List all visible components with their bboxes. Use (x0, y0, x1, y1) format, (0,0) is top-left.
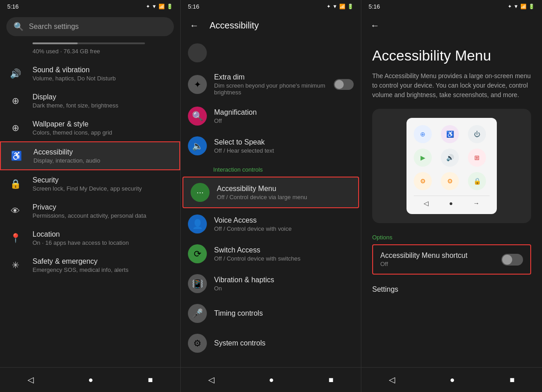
battery-icon: 🔋 (167, 4, 173, 9)
system-icon: ⚙ (188, 334, 207, 353)
selecttospeak-text: Select to Speak Off / Hear selected text (214, 138, 354, 154)
acc-item-vibration[interactable]: 📳 Vibration & haptics On (181, 269, 361, 299)
acc-item-magnification[interactable]: 🔍 Magnification Off (181, 101, 361, 131)
bt-icon-right: ✦ (508, 4, 512, 9)
acc-item-accessibilitymenu[interactable]: ⋯ Accessibility Menu Off / Control devic… (182, 177, 359, 208)
back-nav-left[interactable]: ◁ (19, 372, 43, 387)
wifi-icon-mid: ▼ (332, 4, 337, 9)
signal-icon-right: 📶 (520, 4, 527, 9)
vibration-subtitle: On (214, 285, 354, 292)
back-button-middle[interactable]: ← (188, 19, 201, 33)
acc-item-voiceaccess[interactable]: 👤 Voice Access Off / Control device with… (181, 209, 361, 239)
back-nav-middle[interactable]: ◁ (199, 372, 224, 387)
switchaccess-subtitle: Off / Control device with switches (214, 255, 354, 262)
switchaccess-text: Switch Access Off / Control device with … (214, 246, 354, 262)
sound-item-text: Sound & vibration Volume, haptics, Do No… (33, 66, 173, 82)
storage-bar-container (0, 41, 180, 48)
storage-text: 40% used · 76.34 GB free (0, 48, 180, 58)
settings-item-accessibility[interactable]: ♿ Accessibility Display, interaction, au… (0, 141, 180, 170)
status-icons-middle: ✦ ▼ 📶 🔋 (327, 4, 354, 9)
display-title: Display (33, 93, 173, 101)
phone-recents-btn: → (473, 200, 480, 207)
search-bar[interactable]: 🔍 Search settings (6, 17, 174, 36)
bluetooth-icon: ✦ (146, 4, 150, 9)
status-bar-middle: 5:16 ✦ ▼ 📶 🔋 (181, 0, 361, 13)
acc-item-system[interactable]: ⚙ System controls (181, 328, 361, 358)
acc-item-extradim[interactable]: ✦ Extra dim Dim screen beyond your phone… (181, 68, 361, 101)
bottom-nav-middle: ◁ ● ■ (181, 367, 361, 392)
phone-icon-8: ⚙ (441, 172, 459, 190)
wallpaper-title: Wallpaper & style (33, 120, 173, 128)
interaction-controls-label: Interaction controls (181, 161, 361, 176)
privacy-icon: 👁 (7, 203, 23, 219)
privacy-subtitle: Permissions, account activity, personal … (33, 212, 173, 219)
accessibility-subtitle: Display, interaction, audio (33, 157, 172, 164)
settings-item-display[interactable]: ⊕ Display Dark theme, font size, brightn… (0, 87, 180, 114)
phone-icon-2: ♿ (441, 125, 459, 143)
safety-title: Safety & emergency (33, 257, 173, 266)
accessibility-item-text: Accessibility Display, interaction, audi… (33, 148, 172, 164)
settings-item-security[interactable]: 🔒 Security Screen lock, Find My Device, … (0, 170, 180, 197)
settings-link[interactable]: Settings (372, 278, 531, 297)
acc-item-partial[interactable] (181, 38, 361, 68)
selecttospeak-subtitle: Off / Hear selected text (214, 147, 354, 154)
partial-icon (188, 43, 207, 62)
recents-nav-middle[interactable]: ■ (320, 373, 343, 387)
extradim-title: Extra dim (214, 73, 327, 81)
search-icon: 🔍 (14, 22, 23, 32)
switchaccess-icon: ⟳ (188, 244, 207, 263)
privacy-title: Privacy (33, 203, 173, 211)
settings-item-wallpaper[interactable]: ⊕ Wallpaper & style Colors, themed icons… (0, 114, 180, 141)
wifi-icon: ▼ (152, 4, 157, 9)
location-title: Location (33, 230, 173, 238)
middle-panel-title: Accessibility (210, 20, 259, 31)
back-nav-right[interactable]: ◁ (380, 372, 404, 387)
acc-item-switchaccess[interactable]: ⟳ Switch Access Off / Control device wit… (181, 239, 361, 269)
accessibility-title: Accessibility (33, 148, 172, 156)
vibration-text: Vibration & haptics On (214, 276, 354, 292)
recents-nav-right[interactable]: ■ (500, 373, 523, 387)
settings-item-privacy[interactable]: 👁 Privacy Permissions, account activity,… (0, 197, 180, 224)
magnification-icon: 🔍 (188, 107, 207, 126)
vibration-title: Vibration & haptics (214, 276, 354, 284)
battery-icon-right: 🔋 (528, 4, 535, 9)
left-panel: 5:16 ✦ ▼ 📶 🔋 🔍 Search settings 40% used … (0, 0, 181, 392)
phone-nav: ◁ ● → (414, 196, 490, 207)
options-label: Options (372, 234, 531, 241)
extradim-toggle[interactable] (334, 79, 354, 90)
accessibility-menu-shortcut-item[interactable]: Accessibility Menu shortcut Off (372, 244, 531, 275)
sound-title: Sound & vibration (33, 66, 173, 74)
status-time-middle: 5:16 (188, 3, 199, 10)
shortcut-text: Accessibility Menu shortcut Off (380, 252, 467, 267)
settings-item-location[interactable]: 📍 Location On · 16 apps have access to l… (0, 224, 180, 252)
right-panel-title: Accessibility Menu (372, 47, 531, 64)
bt-icon-mid: ✦ (327, 4, 331, 9)
recents-nav-left[interactable]: ■ (139, 373, 162, 387)
wallpaper-item-text: Wallpaper & style Colors, themed icons, … (33, 120, 173, 136)
phone-icon-4: ▶ (414, 149, 432, 167)
home-nav-right[interactable]: ● (441, 373, 464, 387)
display-subtitle: Dark theme, font size, brightness (33, 102, 173, 109)
voiceaccess-text: Voice Access Off / Control device with v… (214, 216, 354, 232)
right-panel: 5:16 ✦ ▼ 📶 🔋 ← Accessibility Menu The Ac… (361, 0, 542, 392)
voiceaccess-subtitle: Off / Control device with voice (214, 225, 354, 232)
safety-subtitle: Emergency SOS, medical info, alerts (33, 266, 173, 273)
safety-item-text: Safety & emergency Emergency SOS, medica… (33, 257, 173, 273)
voiceaccess-title: Voice Access (214, 216, 354, 224)
settings-item-sound[interactable]: 🔊 Sound & vibration Volume, haptics, Do … (0, 60, 180, 87)
home-nav-left[interactable]: ● (79, 373, 103, 387)
status-bar-left: 5:16 ✦ ▼ 📶 🔋 (0, 0, 180, 13)
security-icon: 🔒 (7, 176, 23, 192)
acc-item-selecttospeak[interactable]: 🔈 Select to Speak Off / Hear selected te… (181, 131, 361, 161)
extradim-text: Extra dim Dim screen beyond your phone's… (214, 73, 327, 96)
settings-item-safety[interactable]: ✳ Safety & emergency Emergency SOS, medi… (0, 252, 180, 279)
magnification-text: Magnification Off (214, 108, 354, 124)
status-icons-right: ✦ ▼ 📶 🔋 (508, 4, 535, 9)
back-button-right[interactable]: ← (369, 19, 381, 33)
acc-item-timing[interactable]: 🎤 Timing controls (181, 299, 361, 328)
right-panel-description: The Accessibility Menu provides a large … (372, 71, 531, 100)
shortcut-toggle[interactable] (501, 254, 523, 266)
home-nav-middle[interactable]: ● (260, 373, 283, 387)
storage-bar-fill (33, 42, 78, 44)
security-subtitle: Screen lock, Find My Device, app securit… (33, 185, 173, 192)
